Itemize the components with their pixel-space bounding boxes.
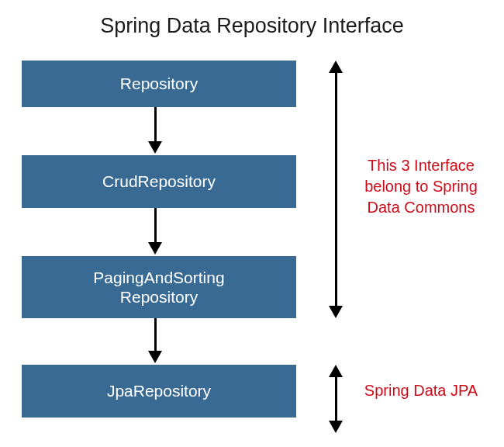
diagram-title: Spring Data Repository Interface: [0, 14, 504, 38]
box-paging-sorting-label: PagingAndSorting Repository: [93, 268, 224, 307]
box-crud-repository-label: CrudRepository: [102, 172, 216, 191]
box-jpa-repository-label: JpaRepository: [107, 381, 211, 400]
box-paging-sorting-line2: Repository: [93, 287, 224, 307]
box-repository: Repository: [22, 61, 296, 107]
double-arrow-jpa-icon: [329, 365, 343, 433]
annotation-spring-data-jpa: Spring Data JPA: [355, 380, 487, 401]
box-paging-sorting-repository: PagingAndSorting Repository: [22, 256, 296, 318]
annotation-commons-line2: belong to Spring: [355, 176, 487, 197]
box-repository-label: Repository: [120, 74, 198, 93]
box-jpa-repository: JpaRepository: [22, 365, 296, 418]
double-arrow-commons-icon: [329, 61, 343, 318]
box-paging-sorting-line1: PagingAndSorting: [93, 268, 224, 287]
box-crud-repository: CrudRepository: [22, 155, 296, 208]
annotation-commons-line1: This 3 Interface: [355, 155, 487, 176]
annotation-commons-line3: Data Commons: [355, 197, 487, 218]
annotation-jpa-label: Spring Data JPA: [364, 382, 478, 399]
annotation-spring-data-commons: This 3 Interface belong to Spring Data C…: [355, 155, 487, 218]
